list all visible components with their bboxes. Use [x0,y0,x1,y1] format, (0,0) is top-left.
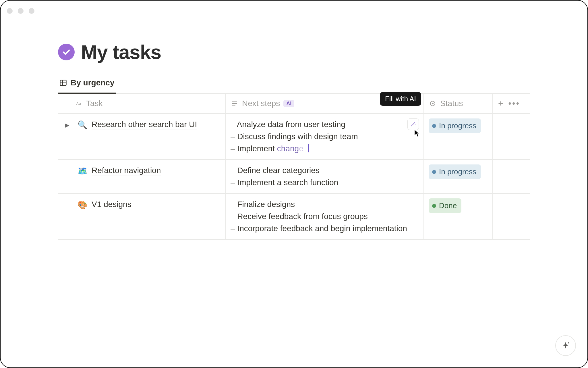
database-table: Aa Task Next ste [58,94,530,240]
text-lines-icon [231,99,239,108]
next-step-line: – Implement a search function [231,177,419,189]
status-dot-icon [432,204,436,208]
fill-with-ai-button[interactable] [407,118,419,130]
row-emoji-icon: 🔍 [78,118,88,131]
ai-badge: AI [283,100,294,107]
row-trailing-space [493,114,530,159]
column-header-status-label: Status [440,99,463,108]
view-tab-by-urgency[interactable]: By urgency [58,76,116,94]
column-header-next-label: Next steps [242,99,280,108]
ai-fab-button[interactable] [555,335,576,356]
svg-rect-0 [60,80,66,86]
next-step-line: – Incorporate feedback and begin impleme… [231,223,419,235]
row-emoji-icon: 🎨 [78,198,88,211]
row-title-link[interactable]: Refactor navigation [92,164,161,177]
row-trailing-space [493,160,530,193]
column-header-task-label: Task [86,99,103,108]
svg-text:Aa: Aa [76,101,81,106]
next-steps-cell[interactable]: – Finalize designs– Receive feedback fro… [226,194,423,239]
traffic-light-zoom[interactable] [29,8,34,14]
row-title-link[interactable]: Research other search bar UI [92,118,197,131]
view-tabs: By urgency [58,76,530,94]
next-step-line: – Analyze data from user testing [231,118,419,131]
column-header-task[interactable]: Aa Task [58,94,225,113]
page-title[interactable]: My tasks [81,41,161,63]
mouse-cursor-icon [414,129,420,137]
checkmark-icon [61,47,71,57]
status-pill-in-progress[interactable]: In progress [429,118,481,133]
column-header-status[interactable]: Status [424,94,492,113]
page-header: My tasks [58,41,530,63]
app-window: My tasks By urgency Aa [0,0,588,368]
table-row: 🗺️Refactor navigation– Define clear cate… [58,160,530,194]
status-pill-label: In progress [439,120,476,131]
next-step-line: – Define clear categories [231,164,419,177]
svg-point-8 [432,103,434,104]
table-row: 🎨V1 designs– Finalize designs– Receive f… [58,194,530,239]
traffic-light-close[interactable] [7,8,13,14]
view-tab-label: By urgency [71,78,115,87]
next-step-line: – Discuss findings with design team [231,131,419,143]
status-dot-icon [432,170,436,174]
window-traffic-lights [7,8,34,14]
next-step-line: – Receive feedback from focus groups [231,210,419,223]
text-property-icon: Aa [75,99,83,108]
next-steps-cell[interactable]: – Define clear categories– Implement a s… [226,160,423,193]
page-icon-checkmark[interactable] [58,44,75,60]
status-pill-done[interactable]: Done [429,198,461,213]
expand-toggle-icon[interactable]: ▶ [65,118,74,129]
status-dot-icon [432,124,436,128]
status-pill-in-progress[interactable]: In progress [429,164,481,179]
add-column-button[interactable]: + [498,99,503,108]
traffic-light-minimize[interactable] [18,8,24,14]
sparkle-icon [561,341,570,350]
row-trailing-space [493,194,530,239]
text-caret [308,144,309,152]
table-header-row: Aa Task Next ste [58,94,530,114]
row-emoji-icon: 🗺️ [78,164,88,177]
status-pill-label: In progress [439,166,476,177]
next-step-typing-line: – Implement change [231,143,419,155]
next-step-line: – Finalize designs [231,198,419,210]
status-property-icon [429,99,437,108]
svg-point-9 [415,124,415,124]
row-title-link[interactable]: V1 designs [92,198,131,210]
table-more-button[interactable]: ••• [508,99,520,108]
next-steps-cell[interactable]: – Analyze data from user testing– Discus… [226,114,423,159]
table-row: ▶🔍Research other search bar UI– Analyze … [58,114,530,160]
fill-with-ai-tooltip: Fill with AI [380,92,421,106]
status-pill-label: Done [439,200,457,211]
magic-wand-icon [410,121,416,127]
table-icon [59,79,67,87]
